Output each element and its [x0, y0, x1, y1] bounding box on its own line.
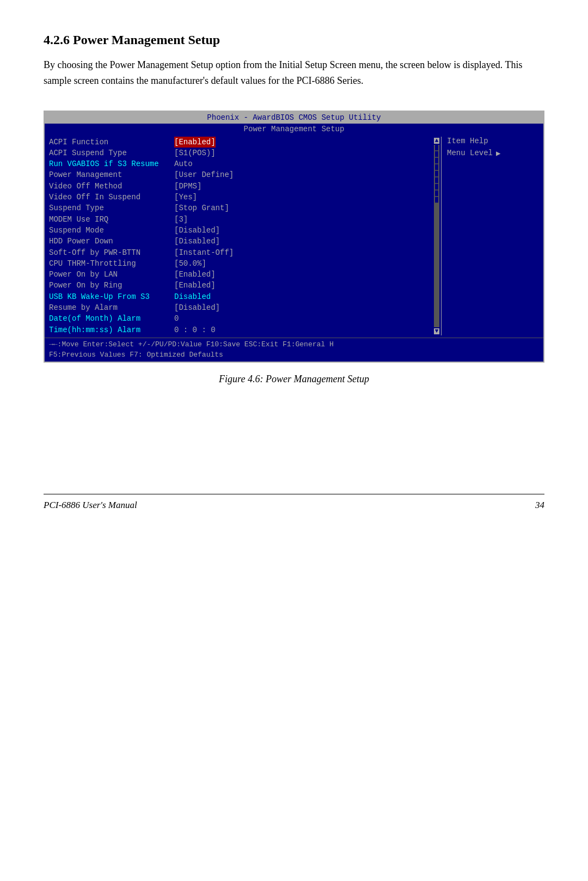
bios-row-label: MODEM Use IRQ [49, 214, 174, 225]
scrollbar-up-icon: ▲ [434, 138, 439, 144]
bios-row: HDD Power Down[Disabled] [49, 236, 427, 247]
bios-row-value: [Enabled] [174, 280, 216, 291]
bios-row-value: Disabled [174, 291, 211, 302]
bios-row: CPU THRM-Throttling[50.0%] [49, 258, 427, 269]
bios-footer-line2: F5:Previous Values F7: Optimized Default… [49, 350, 539, 360]
bios-row: Power On by Ring[Enabled] [49, 280, 427, 291]
bios-row: USB KB Wake-Up From S3Disabled [49, 291, 427, 302]
item-help-title: Item Help [447, 137, 539, 145]
bios-row: Power Management[User Define] [49, 169, 427, 180]
bios-row-value: 0 : 0 : 0 [174, 325, 216, 335]
scrollbar-track: █████████ [434, 145, 439, 327]
bios-screen: Phoenix - AwardBIOS CMOS Setup Utility P… [44, 111, 544, 363]
bios-row: Video Off In Suspend[Yes] [49, 192, 427, 203]
bios-row-value: [Disabled] [174, 302, 220, 313]
bios-row-label: Time(hh:mm:ss) Alarm [49, 325, 174, 335]
bios-row-value: [Stop Grant] [174, 203, 229, 213]
figure-caption: Figure 4.6: Power Management Setup [44, 374, 544, 385]
bios-row-label: Suspend Type [49, 203, 174, 213]
bios-settings-list: ACPI Function[Enabled]ACPI Suspend Type[… [49, 137, 432, 335]
bios-title-bar: Phoenix - AwardBIOS CMOS Setup Utility [45, 112, 543, 124]
bios-row-label: USB KB Wake-Up From S3 [49, 291, 174, 302]
bios-row-value: [50.0%] [174, 258, 206, 269]
bios-row: Run VGABIOS if S3 ResumeAuto [49, 158, 427, 169]
scrollbar-down-icon: ▼ [434, 328, 439, 334]
bios-row-label: Run VGABIOS if S3 Resume [49, 158, 174, 169]
bios-row-value: [User Define] [174, 169, 234, 180]
footer-right: 34 [535, 500, 544, 511]
bios-row-label: ACPI Suspend Type [49, 148, 174, 158]
bios-row: Suspend Mode[Disabled] [49, 225, 427, 236]
bios-row-label: Suspend Mode [49, 225, 174, 236]
bios-row-value: Auto [174, 158, 193, 169]
bios-row-value: [Enabled] [174, 137, 216, 148]
bios-row: Power On by LAN[Enabled] [49, 269, 427, 280]
bios-row-value: [Instant-Off] [174, 247, 234, 258]
bios-row-label: HDD Power Down [49, 236, 174, 247]
bios-row: ACPI Suspend Type[S1(POS)] [49, 148, 427, 158]
section-body: By choosing the Power Management Setup o… [44, 57, 544, 89]
bios-row-label: Power On by Ring [49, 280, 174, 291]
bios-row: Date(of Month) Alarm0 [49, 313, 427, 324]
bios-row-value: [DPMS] [174, 181, 201, 192]
bios-row: Soft-Off by PWR-BTTN[Instant-Off] [49, 247, 427, 258]
bios-row-label: ACPI Function [49, 137, 174, 148]
bios-subtitle-bar: Power Management Setup [45, 124, 543, 134]
bios-row-label: Power On by LAN [49, 269, 174, 280]
bios-row-label: Date(of Month) Alarm [49, 313, 174, 324]
menu-level-label: Menu Level [447, 149, 493, 157]
bios-row-label: Video Off In Suspend [49, 192, 174, 203]
bios-row-label: CPU THRM-Throttling [49, 258, 174, 269]
bios-row-value: [Enabled] [174, 269, 216, 280]
bios-row-value: [3] [174, 214, 188, 225]
bios-row: ACPI Function[Enabled] [49, 137, 427, 148]
bios-row: Time(hh:mm:ss) Alarm0 : 0 : 0 [49, 325, 427, 335]
bios-help-panel: Item Help Menu Level ▶ [441, 137, 539, 335]
bios-row-label: Soft-Off by PWR-BTTN [49, 247, 174, 258]
bios-row: Video Off Method[DPMS] [49, 181, 427, 192]
bios-footer-line1: →←:Move Enter:Select +/-/PU/PD:Value F10… [49, 339, 539, 350]
bios-footer: →←:Move Enter:Select +/-/PU/PD:Value F10… [45, 338, 543, 362]
section-title: 4.2.6 Power Management Setup [44, 33, 544, 47]
bios-row-value: [Disabled] [174, 236, 220, 247]
bios-row-value: 0 [174, 313, 179, 324]
bios-row-value: [Yes] [174, 192, 197, 203]
bios-row-value: [Disabled] [174, 225, 220, 236]
bios-row-label: Power Management [49, 169, 174, 180]
menu-level-arrow-icon: ▶ [496, 149, 500, 158]
menu-level-row: Menu Level ▶ [447, 149, 539, 158]
bios-row-label: Resume by Alarm [49, 302, 174, 313]
bios-row: Suspend Type[Stop Grant] [49, 203, 427, 213]
footer-left: PCI-6886 User's Manual [44, 500, 137, 511]
bios-row-label: Video Off Method [49, 181, 174, 192]
bios-row-value: [S1(POS)] [174, 148, 216, 158]
bios-row: Resume by Alarm[Disabled] [49, 302, 427, 313]
bios-row: MODEM Use IRQ[3] [49, 214, 427, 225]
bios-scrollbar: ▲ █████████ ▼ [432, 137, 441, 335]
